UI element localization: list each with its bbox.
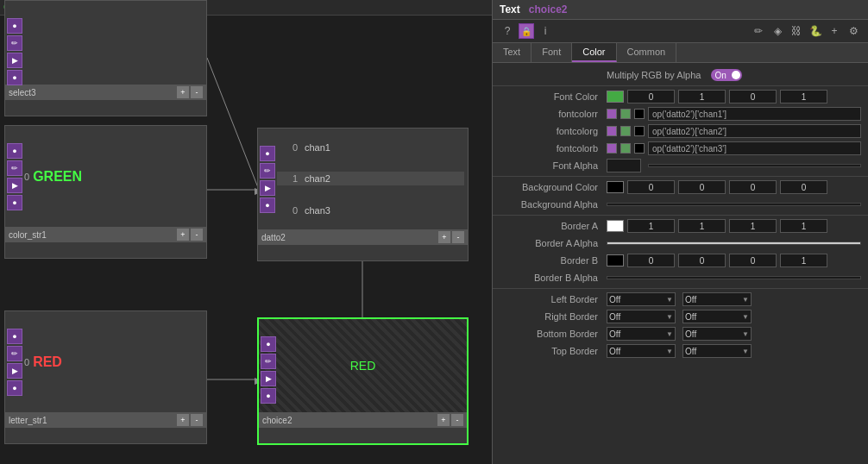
choice2-btn4[interactable]: ● (261, 388, 276, 404)
select3-btn-b[interactable]: - (191, 86, 203, 98)
choice2-btn-b[interactable]: - (451, 414, 463, 426)
bg-color-b[interactable] (729, 180, 777, 194)
choice2-btn3[interactable]: ▶ (261, 371, 276, 386)
bg-color-r[interactable] (627, 180, 675, 194)
font-color-b[interactable] (729, 90, 777, 103)
bottom-border-dd1[interactable]: Off ▼ (607, 327, 676, 341)
bg-color-swatch[interactable] (607, 181, 624, 193)
datto2-btn3[interactable]: ▶ (260, 180, 275, 196)
tab-text[interactable]: Text (493, 43, 531, 62)
color-btn-a[interactable]: + (177, 229, 189, 241)
datto2-btn4[interactable]: ● (260, 198, 275, 213)
datto2-btn2[interactable]: ✏ (260, 163, 275, 179)
top-border-dd1[interactable]: Off ▼ (607, 344, 676, 358)
letter-btn3[interactable]: ▶ (7, 363, 22, 379)
font-color-g[interactable] (678, 90, 726, 103)
letter-btn2[interactable]: ✏ (7, 346, 22, 361)
toolbar-edit-btn[interactable]: ✏ (751, 23, 766, 39)
right-border-dd1[interactable]: Off ▼ (607, 310, 676, 323)
choice2-btn2[interactable]: ✏ (261, 354, 276, 369)
border-b-r[interactable] (627, 254, 675, 267)
bg-color-a[interactable] (780, 180, 827, 194)
font-color-a[interactable] (780, 90, 827, 103)
letter-btn-b[interactable]: - (191, 414, 203, 426)
datto2-btn-a[interactable]: + (438, 231, 450, 243)
choice2-side-btns[interactable]: ● ✏ ▶ ● (259, 335, 278, 405)
border-a-alpha-slider[interactable] (607, 241, 861, 245)
top-border-row: Top Border Off ▼ Off ▼ (493, 342, 868, 360)
select3-footer-btns[interactable]: + - (177, 86, 203, 98)
left-border-dd2[interactable]: Off ▼ (682, 292, 752, 306)
top-border-dd2[interactable]: Off ▼ (682, 344, 752, 358)
toolbar-settings-btn[interactable]: ⚙ (846, 23, 861, 39)
border-a-r[interactable] (627, 219, 675, 233)
border-a-g[interactable] (678, 219, 726, 233)
bottom-border-dd2[interactable]: Off ▼ (682, 327, 752, 341)
datto2-footer-btns[interactable]: + - (438, 231, 464, 243)
toolbar-lock-btn[interactable]: 🔒 (519, 23, 534, 39)
choice2-btn1[interactable]: ● (261, 336, 276, 352)
select3-btn-a[interactable]: + (177, 86, 189, 98)
border-b-g[interactable] (678, 254, 726, 267)
color-footer-btns[interactable]: + - (177, 229, 203, 241)
tab-font[interactable]: Font (531, 43, 572, 62)
datto2-btn-b[interactable]: - (452, 231, 464, 243)
bg-color-g[interactable] (678, 180, 726, 194)
right-border-dd2[interactable]: Off ▼ (682, 310, 752, 323)
fontcolorr-expr[interactable] (648, 107, 861, 121)
color-side-btns[interactable]: ● ✏ ▶ ● (5, 141, 24, 212)
datto2-btn1[interactable]: ● (260, 146, 275, 161)
border-a-b[interactable] (729, 219, 777, 233)
select3-btn2[interactable]: ✏ (7, 35, 22, 51)
panel-toolbar: ? 🔒 i ✏ ◈ ⛓ 🐍 + ⚙ (493, 20, 868, 43)
border-b-label: Border B (500, 255, 603, 266)
letter-side-btns[interactable]: ● ✏ ▶ ● (5, 327, 24, 398)
bg-color-label: Background Color (500, 182, 603, 192)
color-btn4[interactable]: ● (7, 195, 22, 210)
toolbar-link-btn[interactable]: ⛓ (789, 23, 804, 39)
font-color-r[interactable] (627, 90, 675, 103)
toolbar-info-btn[interactable]: i (538, 23, 553, 39)
toolbar-add-btn[interactable]: + (827, 23, 842, 39)
select3-side-btns[interactable]: ● ✏ ▶ ● (5, 16, 24, 87)
datto2-side-btns[interactable]: ● ✏ ▶ ● (258, 144, 277, 215)
toolbar-copy-btn[interactable]: ◈ (770, 23, 785, 39)
bg-alpha-slider[interactable] (607, 203, 861, 206)
toolbar-question-btn[interactable]: ? (500, 23, 515, 39)
color-btn3[interactable]: ▶ (7, 178, 22, 193)
select3-btn1[interactable]: ● (7, 18, 22, 34)
select3-btn4[interactable]: ● (7, 70, 22, 85)
letter-btn1[interactable]: ● (7, 329, 22, 344)
color-btn2[interactable]: ✏ (7, 160, 22, 176)
tab-common[interactable]: Common (617, 43, 677, 62)
font-alpha-slider[interactable] (648, 164, 861, 167)
node-datto2: ● ✏ ▶ ● 0 chan1 1 chan2 0 chan3 datto2 +… (257, 128, 469, 261)
fontcolorb-expr[interactable] (648, 141, 861, 155)
border-b-swatch[interactable] (607, 254, 624, 266)
panel-type-label: Text choice2 (500, 3, 568, 16)
tab-color[interactable]: Color (572, 43, 616, 62)
color-btn-b[interactable]: - (191, 229, 203, 241)
left-border-val1: Off (609, 295, 620, 304)
letter-footer-btns[interactable]: + - (177, 414, 203, 426)
left-border-row: Left Border Off ▼ Off ▼ (493, 291, 868, 308)
font-alpha-field[interactable] (607, 159, 641, 172)
left-border-dd1[interactable]: Off ▼ (607, 292, 676, 306)
letter-btn-a[interactable]: + (177, 414, 189, 426)
border-a-alpha[interactable] (780, 219, 827, 233)
border-b-b[interactable] (729, 254, 777, 267)
color-btn1[interactable]: ● (7, 143, 22, 159)
select3-btn3[interactable]: ▶ (7, 53, 22, 68)
multiply-rgb-toggle[interactable]: On (711, 69, 742, 81)
fontcolorg-expr[interactable] (648, 124, 861, 138)
border-b-a[interactable] (780, 254, 827, 267)
choice2-footer-btns[interactable]: + - (437, 414, 463, 426)
node-color-str1: ● ✏ ▶ ● 0 GREEN color_str1 + - (4, 125, 207, 259)
choice2-btn-a[interactable]: + (437, 414, 450, 426)
border-b-alpha-slider[interactable] (607, 276, 861, 279)
border-a-swatch[interactable] (607, 220, 624, 232)
letter-btn4[interactable]: ● (7, 380, 22, 396)
toolbar-python-btn[interactable]: 🐍 (808, 23, 823, 39)
node-letter-str1: ● ✏ ▶ ● 0 RED letter_str1 + - (4, 310, 207, 444)
font-color-swatch[interactable] (607, 91, 624, 103)
